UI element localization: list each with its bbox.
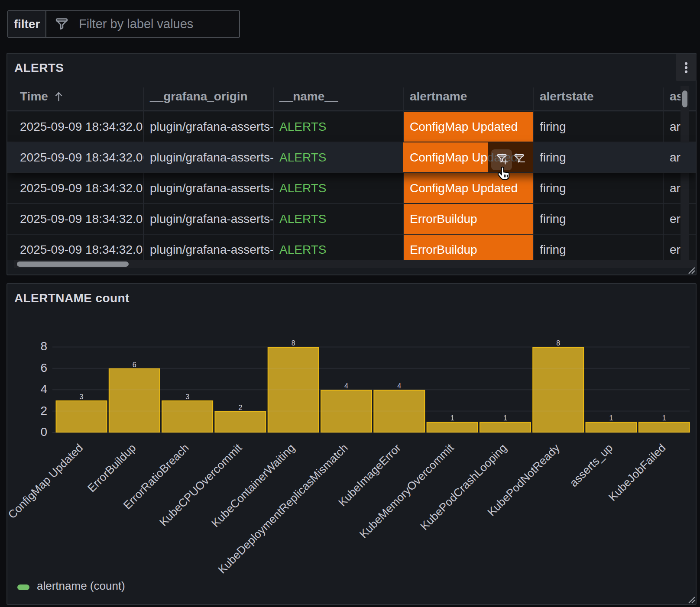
svg-text:6: 6 — [133, 361, 136, 368]
svg-text:KubePodCrashLooping: KubePodCrashLooping — [418, 441, 509, 533]
svg-text:KubeMemoryOvercommit: KubeMemoryOvercommit — [357, 441, 457, 540]
svg-text:ConfigMap Updated: ConfigMap Updated — [7, 441, 85, 521]
svg-text:6: 6 — [40, 361, 47, 375]
svg-text:8: 8 — [556, 339, 560, 347]
svg-text:8: 8 — [292, 339, 295, 347]
svg-text:1: 1 — [662, 414, 666, 422]
svg-text:1: 1 — [609, 414, 613, 422]
svg-text:3: 3 — [80, 393, 84, 400]
svg-text:asserts_up: asserts_up — [567, 441, 615, 489]
svg-text:0: 0 — [40, 425, 47, 439]
svg-text:4: 4 — [40, 382, 47, 396]
svg-text:2: 2 — [238, 404, 242, 411]
svg-text:ErrorBuildup: ErrorBuildup — [85, 441, 138, 494]
svg-text:2: 2 — [40, 404, 47, 417]
svg-text:KubeJobFailed: KubeJobFailed — [606, 441, 668, 504]
svg-text:8: 8 — [40, 339, 47, 353]
svg-text:4: 4 — [397, 382, 401, 390]
svg-text:1: 1 — [450, 414, 454, 422]
svg-text:4: 4 — [344, 382, 348, 390]
svg-text:1: 1 — [503, 414, 507, 422]
svg-text:3: 3 — [185, 393, 189, 400]
